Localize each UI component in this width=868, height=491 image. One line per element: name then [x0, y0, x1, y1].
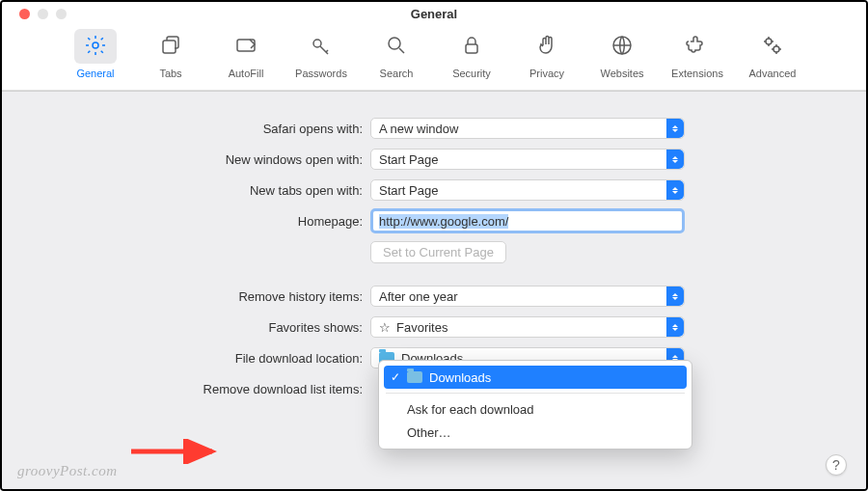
- toolbar-label: General: [76, 68, 114, 79]
- svg-point-4: [389, 38, 400, 49]
- window-controls: [19, 9, 67, 19]
- toolbar-item-autofill[interactable]: AutoFill: [215, 29, 277, 79]
- input-value: http://www.google.com/: [379, 214, 508, 229]
- remove-history-select[interactable]: After one year: [370, 286, 685, 307]
- gears-icon: [761, 34, 784, 59]
- toolbar-item-security[interactable]: Security: [441, 29, 502, 79]
- svg-point-0: [93, 42, 98, 48]
- puzzle-icon: [686, 34, 709, 59]
- toolbar-item-extensions[interactable]: Extensions: [666, 29, 728, 79]
- hand-icon: [535, 34, 558, 59]
- toolbar-item-privacy[interactable]: Privacy: [516, 29, 578, 79]
- new-tabs-label: New tabs open with:: [2, 183, 370, 198]
- homepage-label: Homepage:: [2, 214, 370, 229]
- toolbar-label: Tabs: [159, 68, 181, 79]
- select-value: A new window: [379, 122, 458, 136]
- key-icon: [310, 34, 333, 59]
- chevron-updown-icon: [666, 119, 684, 138]
- svg-point-3: [313, 40, 321, 47]
- safari-opens-label: Safari opens with:: [2, 122, 370, 136]
- toolbar-label: Advanced: [749, 68, 797, 79]
- new-windows-select[interactable]: Start Page: [370, 149, 685, 170]
- toolbar-item-tabs[interactable]: Tabs: [140, 29, 202, 79]
- preferences-content: Safari opens with: A new window New wind…: [2, 91, 866, 489]
- globe-icon: [610, 34, 634, 59]
- toolbar-item-passwords[interactable]: Passwords: [290, 29, 352, 79]
- toolbar-item-advanced[interactable]: Advanced: [742, 29, 803, 79]
- chevron-updown-icon: [666, 180, 684, 200]
- homepage-input[interactable]: http://www.google.com/: [370, 208, 685, 233]
- option-label: Downloads: [429, 370, 491, 385]
- chevron-updown-icon: [666, 150, 684, 169]
- download-location-menu: Downloads Ask for each download Other…: [378, 360, 692, 450]
- menu-option-other[interactable]: Other…: [384, 421, 687, 444]
- search-icon: [385, 34, 408, 59]
- star-icon: ☆: [379, 320, 391, 335]
- select-value: After one year: [379, 289, 458, 304]
- watermark: groovyPost.com: [17, 463, 118, 479]
- toolbar-label: Privacy: [529, 68, 564, 79]
- select-value: Favorites: [396, 320, 448, 335]
- option-label: Ask for each download: [407, 402, 534, 417]
- set-current-page-button[interactable]: Set to Current Page: [370, 241, 506, 263]
- toolbar-label: AutoFill: [229, 68, 264, 79]
- select-value: Start Page: [379, 183, 438, 198]
- download-location-label: File download location:: [2, 351, 370, 366]
- select-value: Start Page: [379, 152, 438, 167]
- lock-icon: [460, 34, 483, 59]
- menu-option-ask[interactable]: Ask for each download: [384, 397, 687, 421]
- chevron-updown-icon: [666, 286, 684, 306]
- new-windows-label: New windows open with:: [2, 152, 370, 167]
- titlebar: General: [2, 2, 866, 25]
- svg-point-8: [773, 46, 779, 52]
- toolbar-item-general[interactable]: General: [65, 29, 126, 79]
- chevron-updown-icon: [666, 317, 684, 337]
- new-tabs-select[interactable]: Start Page: [370, 179, 685, 201]
- window-title: General: [411, 7, 457, 21]
- gear-icon: [84, 34, 107, 59]
- tabs-icon: [159, 34, 182, 59]
- menu-option-downloads[interactable]: Downloads: [384, 366, 687, 389]
- minimize-window-button[interactable]: [38, 9, 48, 19]
- remove-downloads-label: Remove download list items:: [2, 382, 370, 396]
- toolbar-label: Passwords: [295, 68, 347, 79]
- toolbar-label: Websites: [600, 68, 643, 79]
- help-button[interactable]: ?: [826, 454, 847, 476]
- svg-rect-1: [163, 41, 176, 53]
- option-label: Other…: [407, 425, 451, 440]
- toolbar-label: Search: [380, 68, 414, 79]
- annotation-arrow: [127, 439, 224, 464]
- remove-history-label: Remove history items:: [2, 289, 370, 304]
- zoom-window-button[interactable]: [56, 9, 67, 19]
- safari-opens-select[interactable]: A new window: [370, 118, 685, 139]
- favorites-label: Favorites shows:: [2, 320, 370, 335]
- toolbar-item-search[interactable]: Search: [366, 29, 427, 79]
- menu-separator: [386, 393, 685, 394]
- svg-point-7: [766, 39, 772, 44]
- toolbar-item-websites[interactable]: Websites: [591, 29, 653, 79]
- close-window-button[interactable]: [19, 9, 30, 19]
- toolbar-label: Extensions: [671, 68, 723, 79]
- preferences-toolbar: General Tabs AutoFill Passwords Search S…: [2, 25, 866, 91]
- favorites-select[interactable]: ☆ Favorites: [370, 316, 685, 338]
- folder-icon: [407, 371, 422, 383]
- toolbar-label: Security: [452, 68, 491, 79]
- svg-rect-5: [466, 44, 477, 53]
- pencil-icon: [234, 34, 258, 59]
